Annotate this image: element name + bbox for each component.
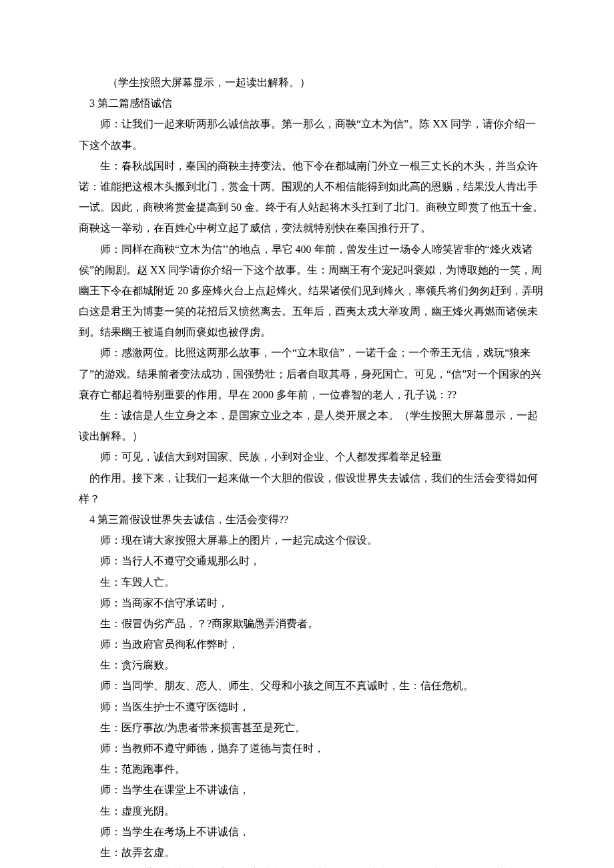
paragraph: 师：感激两位。比照这两那么故事，一个“立木取信”，一诺千金；一个帝王无信，戏玩“… (79, 342, 545, 405)
paragraph: 4 第三篇假设世界失去诚信，生活会变得?? (79, 509, 545, 530)
paragraph: 师：当学生在考场上不讲诚信， (79, 821, 545, 842)
paragraph: 师：当学生在课堂上不讲诚信， (79, 779, 545, 800)
paragraph: （学生按照大屏幕显示，一起读出解释。） (79, 72, 545, 93)
paragraph: 师：当政府官员徇私作弊时， (79, 634, 545, 655)
paragraph: 师：可见，诚信大到对国家、民族，小到对企业、个人都发挥着举足轻重 (79, 446, 545, 467)
paragraph: 师：当商家不信守承诺时， (79, 592, 545, 613)
paragraph: 生：诚信是人生立身之本，是国家立业之本，是人类开展之本。（学生按照大屏幕显示，一… (79, 405, 545, 446)
paragraph: 师：现在请大家按照大屏幕上的图片，一起完成这个假设。 (79, 530, 545, 550)
paragraph: 生：车毁人亡。 (79, 572, 545, 592)
paragraph: 3 第二篇感悟诚信 (79, 93, 545, 113)
paragraph: 生：贪污腐败。 (79, 655, 545, 675)
paragraph: 生：故弄玄虚。 (79, 842, 545, 863)
paragraph: 师：让我们一起来听两那么诚信故事。第一那么，商鞅“立木为信”。陈 XX 同学，请… (79, 113, 545, 155)
paragraph: 师：同样在商鞅“立木为信’’的地点，早它 400 年前，曾发生过一场令人啼笑皆非… (79, 239, 545, 343)
document-page: （学生按照大屏幕显示，一起读出解释。）3 第二篇感悟诚信师：让我们一起来听两那么… (0, 0, 614, 868)
paragraph: 师：当同学、朋友、恋人、师生、父母和小孩之间互不真诚时，生：信任危机。 (79, 675, 545, 696)
paragraph: 的作用。接下来，让我们一起来做一个大胆的假设，假设世界失去诚信，我们的生活会变得… (79, 468, 545, 509)
paragraph: 师：假设世界失去诚信，生活将充满虚伪、欺骗、不公、凄惨！（伴随电闪雷鸣，屏幕出现… (79, 863, 545, 868)
paragraph: 生：虚度光阴。 (79, 801, 545, 821)
paragraph: 师：当行人不遵守交通规那么时， (79, 550, 545, 571)
paragraph: 师：当医生护士不遵守医德时， (79, 697, 545, 717)
paragraph: 生：春秋战国时，秦国的商鞅主持变法。他下令在都城南门外立一根三丈长的木头，并当众… (79, 155, 545, 239)
paragraph: 生：范跑跑事件。 (79, 759, 545, 779)
paragraph: 生：医疗事故/为患者带来损害甚至是死亡。 (79, 717, 545, 738)
paragraph: 生：假冒伪劣产品，？?商家欺骗愚弄消费者。 (79, 613, 545, 634)
paragraph: 师：当教师不遵守师德，抛弃了道德与责任时， (79, 738, 545, 759)
